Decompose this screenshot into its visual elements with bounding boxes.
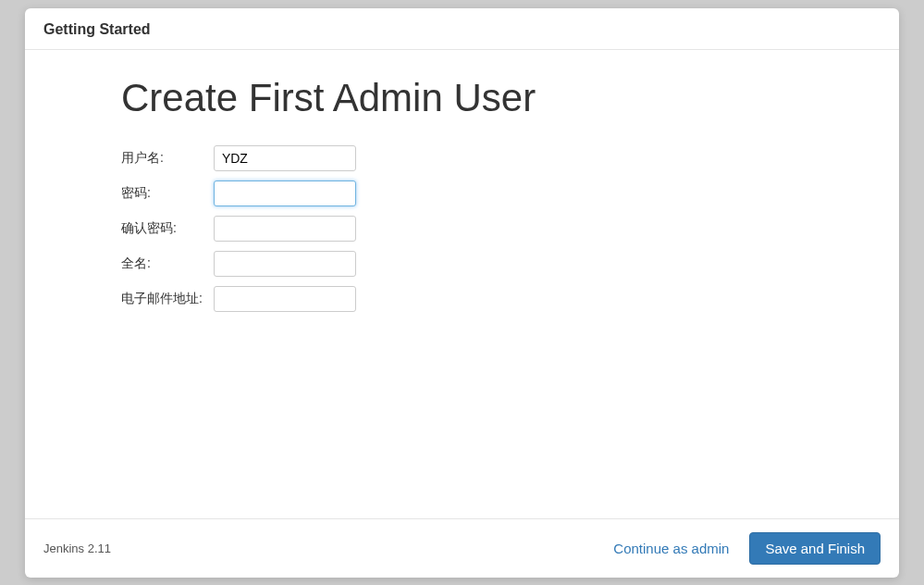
password-input[interactable] xyxy=(214,180,356,206)
admin-user-form: 用户名: 密码: 确认密码: 全名: xyxy=(121,141,363,317)
dialog-header: Getting Started xyxy=(25,8,899,50)
confirm-password-input[interactable] xyxy=(214,216,356,242)
form-row-confirm-password: 确认密码: xyxy=(121,211,363,246)
dialog-title: Getting Started xyxy=(43,21,881,38)
fullname-input[interactable] xyxy=(214,251,356,277)
form-row-username: 用户名: xyxy=(121,141,363,176)
form-row-fullname: 全名: xyxy=(121,246,363,281)
continue-as-admin-button[interactable]: Continue as admin xyxy=(600,533,742,564)
fullname-label: 全名: xyxy=(121,246,214,281)
form-row-email: 电子邮件地址: xyxy=(121,281,363,317)
username-label: 用户名: xyxy=(121,141,214,176)
save-and-finish-button[interactable]: Save and Finish xyxy=(749,532,881,565)
email-input[interactable] xyxy=(214,286,356,312)
page-heading: Create First Admin User xyxy=(121,76,881,120)
password-label: 密码: xyxy=(121,176,214,211)
username-input[interactable] xyxy=(214,145,356,171)
version-label: Jenkins 2.11 xyxy=(43,541,111,555)
dialog-footer: Jenkins 2.11 Continue as admin Save and … xyxy=(25,518,899,578)
form-row-password: 密码: xyxy=(121,176,363,211)
confirm-password-label: 确认密码: xyxy=(121,211,214,246)
dialog-body: Create First Admin User 用户名: 密码: 确认密码: xyxy=(25,50,899,518)
email-label: 电子邮件地址: xyxy=(121,281,214,317)
setup-dialog: Getting Started Create First Admin User … xyxy=(25,8,899,578)
